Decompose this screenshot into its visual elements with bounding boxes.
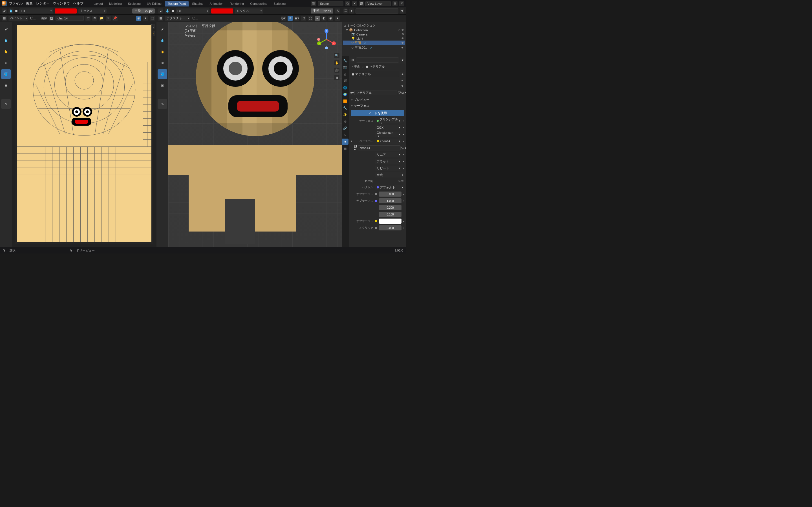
outliner-type-icon[interactable]: ☰: [343, 8, 348, 13]
shading-wireframe[interactable]: ◯: [308, 16, 313, 21]
tab-sculpting[interactable]: Sculpting: [125, 1, 144, 6]
preview-panel-header[interactable]: プレビュー: [350, 97, 405, 103]
projection-dropdown[interactable]: フラット: [375, 159, 402, 164]
tab-compositing[interactable]: Compositing: [247, 1, 270, 6]
ptab-viewlayer[interactable]: 🖼: [342, 78, 349, 84]
shading-solid[interactable]: ●: [315, 16, 320, 21]
outliner-plane[interactable]: ▽平面▽👁: [343, 41, 405, 45]
source-dropdown[interactable]: 生成: [375, 172, 404, 177]
shading-matpreview[interactable]: ◐: [321, 16, 326, 21]
extension-dropdown[interactable]: リピート: [375, 166, 402, 171]
pin-icon[interactable]: 📌: [112, 16, 117, 21]
shading-rendered[interactable]: ◉: [328, 16, 333, 21]
vp-editor-type-icon[interactable]: ▦: [158, 16, 163, 21]
use-nodes-button[interactable]: ノードを使用: [351, 110, 404, 116]
tab-texture-paint[interactable]: Texture Paint: [165, 1, 189, 6]
outliner-filter-icon[interactable]: ▼: [400, 8, 404, 13]
menu-render[interactable]: レンダー: [36, 1, 50, 6]
tab-shading[interactable]: Shading: [189, 1, 206, 6]
subsurf-radius-1[interactable]: 0.200: [379, 205, 402, 210]
outliner-search[interactable]: [356, 8, 398, 13]
menu-help[interactable]: ヘルプ: [73, 1, 84, 6]
tex-copy-icon[interactable]: ⧉: [405, 145, 406, 151]
image-browse-icon[interactable]: 🖼: [49, 16, 54, 21]
slot-remove-icon[interactable]: −: [400, 78, 405, 83]
fill-tool[interactable]: 🪣: [1, 69, 11, 79]
vp-annotate-tool[interactable]: ✎: [158, 99, 167, 109]
properties-search[interactable]: [356, 57, 399, 62]
material-slot[interactable]: マテリアル: [350, 71, 399, 77]
ptab-physics[interactable]: ⊚: [342, 118, 349, 124]
scene-collection-row[interactable]: 🗁シーンコレクション: [343, 23, 405, 28]
ptab-data[interactable]: ▽: [342, 132, 349, 138]
viewlayer-browse-icon[interactable]: 🖼: [359, 1, 364, 6]
blend-mode-dropdown[interactable]: ミックス: [79, 8, 107, 13]
image-open-icon[interactable]: 📁: [99, 16, 104, 21]
distribution-dropdown[interactable]: GGX: [375, 125, 402, 130]
metallic-value[interactable]: 0.000: [379, 225, 402, 230]
draw-tool[interactable]: 🖌: [1, 24, 11, 34]
collection-row[interactable]: ▾📦Collection ☑👁: [343, 28, 405, 32]
ptab-material[interactable]: ●: [342, 138, 349, 145]
ptab-object[interactable]: 🟧: [342, 98, 349, 104]
ptab-world[interactable]: 🌍: [342, 91, 349, 98]
material-copy-icon[interactable]: ⧉: [402, 90, 404, 95]
scene-delete-icon[interactable]: ✕: [352, 1, 357, 6]
prop-options-icon[interactable]: ▾: [400, 57, 405, 62]
material-browse-icon[interactable]: ●▾: [350, 90, 354, 95]
tab-animation[interactable]: Animation: [207, 1, 226, 6]
menu-edit[interactable]: 編集: [26, 1, 33, 6]
material-unlink-icon[interactable]: ✕: [404, 90, 406, 95]
zoom-viewport-icon[interactable]: 🔍: [335, 53, 340, 58]
tex-name-field[interactable]: [358, 145, 401, 151]
uv-overlay-toggle[interactable]: ◉: [136, 16, 141, 21]
clone-tool[interactable]: ⊕: [1, 58, 11, 68]
subsurf-radius-0[interactable]: 1.000: [379, 198, 402, 203]
smear-tool[interactable]: 👆: [1, 47, 11, 56]
tab-rendering[interactable]: Rendering: [227, 1, 247, 6]
viewlayer-new-icon[interactable]: ⧉: [393, 1, 398, 6]
tex-browse-icon[interactable]: 🖼▾: [354, 145, 357, 151]
menu-file[interactable]: ファイル: [9, 1, 22, 6]
pan-viewport-icon[interactable]: ✋: [335, 60, 340, 65]
vp-smear-tool[interactable]: 👆: [158, 47, 167, 56]
ptab-constraints[interactable]: 🔗: [342, 125, 349, 131]
slot-menu-icon[interactable]: ▾: [400, 83, 405, 89]
interpolation-dropdown[interactable]: リニア: [375, 152, 402, 157]
subsurf-color-swatch[interactable]: [379, 219, 402, 224]
slot-add-icon[interactable]: ＋: [400, 72, 405, 77]
vp-view-menu[interactable]: ビュー: [192, 16, 201, 20]
xray-toggle[interactable]: ⊞: [301, 16, 306, 21]
gizmo-toggle[interactable]: ✥: [288, 16, 293, 21]
ptab-texture[interactable]: ▦: [342, 145, 349, 152]
outliner-display-dropdown[interactable]: ▾: [349, 8, 354, 13]
tab-scripting[interactable]: Scripting: [271, 1, 289, 6]
viewlayer-delete-icon[interactable]: ✕: [399, 1, 404, 6]
texchannel-dropdown[interactable]: テクスチャ…: [165, 16, 190, 21]
material-shield-icon[interactable]: 🛡: [398, 90, 401, 95]
image-name-field[interactable]: [56, 16, 84, 21]
tab-modeling[interactable]: Modeling: [106, 1, 124, 6]
tab-layout[interactable]: Layout: [91, 1, 106, 6]
tex-shield-icon[interactable]: 🛡: [401, 145, 404, 151]
vp-clone-tool[interactable]: ⊕: [158, 58, 167, 68]
shader-dropdown[interactable]: プリンシプルB…: [375, 118, 402, 123]
brush-color-swatch[interactable]: [55, 8, 77, 13]
vp-blend-mode-dropdown[interactable]: ミックス: [235, 8, 263, 13]
ptab-modifiers[interactable]: 🔧: [342, 105, 349, 111]
brush-mode-dropdown[interactable]: Fill: [19, 8, 53, 13]
image-copy-icon[interactable]: ⧉: [92, 16, 97, 21]
vp-editor-type-icon[interactable]: 🖌: [158, 8, 163, 13]
view-menu[interactable]: ビュー: [30, 16, 39, 20]
image-unlink-icon[interactable]: ✕: [106, 16, 111, 21]
uv-canvas[interactable]: 🔍 ✋: [12, 22, 156, 247]
vp-brush-settings-icon[interactable]: 💧: [165, 8, 170, 13]
soften-tool[interactable]: 💧: [1, 36, 11, 45]
subsurf-radius-2[interactable]: 0.100: [379, 212, 402, 217]
perspective-toggle-icon[interactable]: ▦: [335, 75, 340, 80]
editor-type-icon[interactable]: 🖌: [2, 8, 7, 13]
prop-editor-type-icon[interactable]: ⚙: [350, 57, 355, 62]
vp-draw-tool[interactable]: 🖌: [158, 24, 167, 34]
outliner-light[interactable]: 💡Light👁: [343, 36, 405, 41]
sss-method-dropdown[interactable]: Christensen-Bu…: [375, 132, 402, 137]
